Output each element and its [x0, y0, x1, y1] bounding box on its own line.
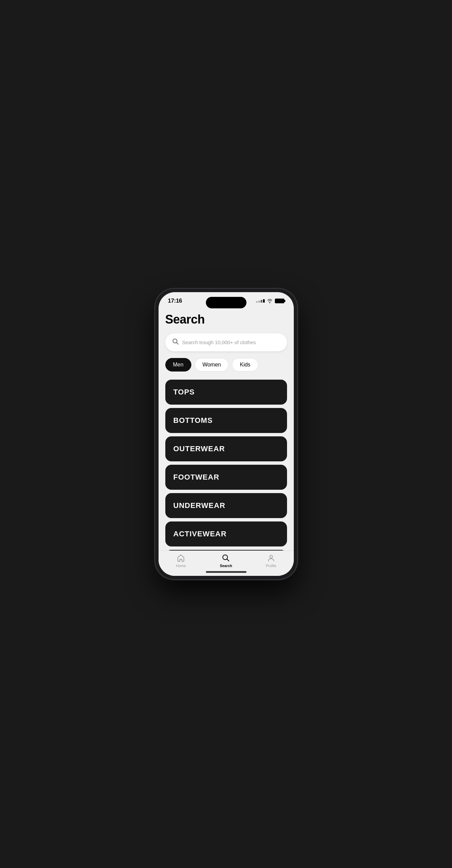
- filter-tab-kids[interactable]: Kids: [232, 358, 258, 372]
- home-indicator: [159, 569, 294, 576]
- category-outerwear[interactable]: OUTERWEAR: [165, 436, 287, 461]
- filter-tab-women[interactable]: Women: [195, 358, 229, 372]
- category-list: TOPS BOTTOMS OUTERWEAR FOOTWEAR UNDERWEA…: [165, 380, 287, 551]
- category-tops-label: TOPS: [173, 388, 195, 396]
- phone-screen: 17:16: [159, 292, 294, 576]
- tab-profile-label: Profile: [266, 564, 276, 568]
- home-icon: [177, 554, 185, 563]
- tab-home-label: Home: [176, 564, 186, 568]
- profile-icon: [267, 554, 275, 563]
- tab-profile[interactable]: Profile: [259, 554, 283, 568]
- search-placeholder: Search trough 10,000+ of clothes: [182, 339, 256, 345]
- search-icon: [172, 338, 179, 347]
- category-underwear-label: UNDERWEAR: [173, 501, 225, 510]
- svg-point-4: [270, 555, 272, 558]
- tab-bar: Home Search Profile: [159, 551, 294, 569]
- status-icons: [256, 299, 284, 303]
- tab-search-label: Search: [220, 564, 232, 568]
- svg-line-1: [176, 342, 178, 344]
- category-activewear[interactable]: ACTIVEWEAR: [165, 521, 287, 546]
- category-activewear-label: ACTIVEWEAR: [173, 530, 227, 538]
- search-bar[interactable]: Search trough 10,000+ of clothes: [165, 333, 287, 351]
- page-title: Search: [165, 312, 287, 327]
- svg-line-3: [227, 559, 229, 561]
- home-bar: [206, 571, 246, 573]
- status-time: 17:16: [168, 298, 182, 304]
- signal-icon: [256, 299, 265, 303]
- category-footwear[interactable]: FOOTWEAR: [165, 465, 287, 490]
- category-bottoms[interactable]: BOTTOMS: [165, 408, 287, 433]
- main-content: Search Search trough 10,000+ of clothes …: [159, 307, 294, 551]
- category-tops[interactable]: TOPS: [165, 380, 287, 405]
- battery-icon: [275, 299, 284, 303]
- category-underwear[interactable]: UNDERWEAR: [165, 493, 287, 518]
- dynamic-island: [206, 297, 246, 308]
- search-tab-icon: [222, 554, 230, 563]
- wifi-icon: [267, 299, 273, 303]
- tab-search[interactable]: Search: [214, 554, 238, 568]
- filter-tabs: Men Women Kids: [165, 358, 287, 372]
- category-outerwear-label: OUTERWEAR: [173, 444, 225, 453]
- filter-tab-men[interactable]: Men: [165, 358, 191, 372]
- category-footwear-label: FOOTWEAR: [173, 473, 219, 481]
- category-bottoms-label: BOTTOMS: [173, 416, 213, 425]
- phone-device: 17:16: [155, 289, 297, 579]
- tab-home[interactable]: Home: [169, 554, 193, 568]
